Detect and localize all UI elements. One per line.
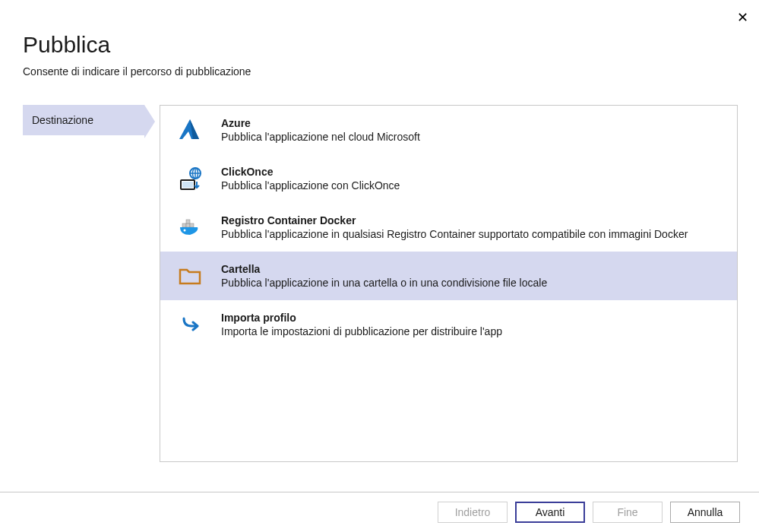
svg-point-10 bbox=[184, 230, 186, 232]
svg-rect-9 bbox=[186, 220, 190, 223]
finish-button: Fine bbox=[593, 502, 663, 523]
clickonce-icon bbox=[171, 165, 209, 192]
option-title: ClickOnce bbox=[221, 166, 726, 178]
option-title: Registro Container Docker bbox=[221, 214, 726, 226]
option-clickonce[interactable]: ClickOnce Pubblica l'applicazione con Cl… bbox=[160, 154, 737, 203]
cancel-button[interactable]: Annulla bbox=[670, 502, 740, 523]
option-title: Importa profilo bbox=[221, 312, 726, 324]
docker-icon bbox=[171, 214, 209, 241]
option-desc: Pubblica l'applicazione in qualsiasi Reg… bbox=[221, 228, 726, 240]
dialog-subtitle: Consente di indicare il percorso di pubb… bbox=[23, 65, 736, 78]
svg-rect-8 bbox=[190, 223, 194, 227]
sidebar: Destinazione bbox=[23, 105, 152, 462]
svg-rect-7 bbox=[186, 223, 190, 227]
option-docker[interactable]: Registro Container Docker Pubblica l'app… bbox=[160, 203, 737, 252]
option-desc: Importa le impostazioni di pubblicazione… bbox=[221, 325, 726, 337]
svg-rect-6 bbox=[182, 223, 186, 227]
back-button: Indietro bbox=[438, 502, 508, 523]
option-title: Cartella bbox=[221, 263, 726, 275]
option-azure[interactable]: Azure Pubblica l'applicazione nel cloud … bbox=[160, 106, 737, 154]
option-title: Azure bbox=[221, 117, 726, 129]
option-desc: Pubblica l'applicazione nel cloud Micros… bbox=[221, 131, 726, 143]
option-desc: Pubblica l'applicazione con ClickOnce bbox=[221, 179, 726, 192]
close-icon[interactable]: ✕ bbox=[737, 11, 748, 24]
import-icon bbox=[171, 311, 209, 338]
sidebar-tab-destination[interactable]: Destinazione bbox=[23, 105, 144, 135]
azure-icon bbox=[171, 116, 209, 144]
option-desc: Pubblica l'applicazione in una cartella … bbox=[221, 277, 726, 289]
option-import-profile[interactable]: Importa profilo Importa le impostazioni … bbox=[160, 300, 737, 349]
folder-icon bbox=[171, 262, 209, 290]
dialog-footer: Indietro Avanti Fine Annulla bbox=[0, 492, 759, 532]
dialog-header: Pubblica Consente di indicare il percors… bbox=[0, 0, 759, 85]
next-button[interactable]: Avanti bbox=[515, 502, 585, 523]
options-panel: Azure Pubblica l'applicazione nel cloud … bbox=[160, 105, 738, 462]
dialog-title: Pubblica bbox=[23, 32, 736, 58]
option-folder[interactable]: Cartella Pubblica l'applicazione in una … bbox=[160, 252, 737, 300]
sidebar-tab-label: Destinazione bbox=[32, 114, 93, 126]
svg-rect-5 bbox=[182, 182, 193, 188]
